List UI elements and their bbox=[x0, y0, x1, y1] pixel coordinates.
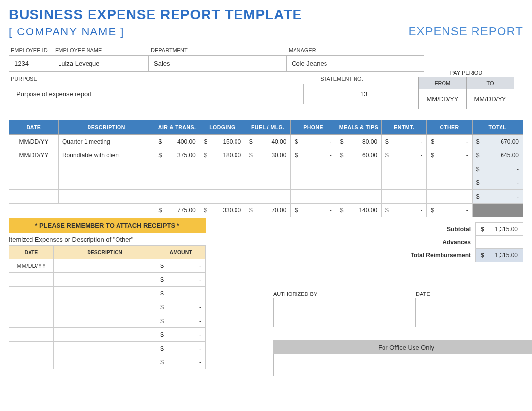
item-amount[interactable]: $- bbox=[156, 259, 206, 273]
purpose-field[interactable]: Purpose of expense report bbox=[9, 84, 304, 104]
item-amount[interactable]: $- bbox=[156, 273, 206, 287]
table-cell[interactable]: $375.00 bbox=[154, 148, 200, 162]
subtotal-value: $1,315.00 bbox=[476, 223, 523, 236]
item-amount[interactable]: $- bbox=[156, 300, 206, 314]
employee-name-field[interactable]: Luiza Leveque bbox=[53, 55, 149, 72]
table-cell[interactable] bbox=[9, 190, 59, 204]
table-cell[interactable] bbox=[427, 162, 472, 176]
table-cell[interactable] bbox=[200, 176, 245, 190]
table-cell[interactable] bbox=[427, 190, 472, 204]
purpose-label: PURPOSE bbox=[9, 76, 304, 84]
table-cell[interactable]: $- bbox=[291, 148, 336, 162]
employee-name-label: EMPLOYEE NAME bbox=[53, 47, 149, 55]
table-cell[interactable]: $150.00 bbox=[200, 135, 245, 148]
table-cell[interactable] bbox=[382, 162, 427, 176]
table-cell[interactable]: $- bbox=[427, 148, 472, 162]
pay-period-title: PAY PERIOD bbox=[418, 70, 514, 76]
table-cell[interactable] bbox=[427, 176, 472, 190]
item-desc[interactable] bbox=[53, 355, 156, 369]
table-cell[interactable] bbox=[245, 176, 291, 190]
item-desc[interactable] bbox=[53, 300, 156, 314]
pay-period-to-field[interactable]: MM/DD/YY bbox=[467, 89, 514, 109]
table-cell[interactable] bbox=[245, 162, 291, 176]
item-date[interactable] bbox=[9, 273, 54, 287]
item-amount[interactable]: $- bbox=[156, 287, 206, 300]
item-desc[interactable] bbox=[53, 273, 156, 287]
table-cell[interactable]: $400.00 bbox=[154, 135, 200, 148]
authorized-by-field[interactable] bbox=[273, 298, 416, 327]
department-label: DEPARTMENT bbox=[149, 47, 287, 55]
table-cell[interactable]: $60.00 bbox=[336, 148, 381, 162]
employee-id-label: EMPLOYEE ID bbox=[9, 47, 53, 55]
table-cell[interactable]: $- bbox=[291, 135, 336, 148]
item-desc[interactable] bbox=[53, 328, 156, 342]
col-lodging: LODGING bbox=[200, 120, 245, 135]
table-cell[interactable]: $40.00 bbox=[245, 135, 291, 148]
item-date[interactable]: MM/DD/YY bbox=[9, 259, 54, 273]
authorized-by-label: AUTHORIZED BY bbox=[273, 291, 416, 298]
item-col-desc: DESCRIPTION bbox=[53, 246, 156, 259]
item-date[interactable] bbox=[9, 328, 54, 342]
table-cell[interactable] bbox=[58, 162, 154, 176]
table-cell[interactable] bbox=[336, 162, 381, 176]
item-date[interactable] bbox=[9, 287, 54, 300]
manager-field[interactable]: Cole Jeanes bbox=[287, 55, 424, 72]
table-cell[interactable]: $180.00 bbox=[200, 148, 245, 162]
item-amount[interactable]: $- bbox=[156, 328, 206, 342]
item-col-date: DATE bbox=[9, 246, 54, 259]
item-date[interactable] bbox=[9, 342, 54, 355]
sum-phone: $- bbox=[291, 204, 336, 217]
table-cell: $- bbox=[472, 190, 523, 204]
table-cell[interactable]: MM/DD/YY bbox=[9, 148, 59, 162]
table-cell[interactable]: $- bbox=[382, 135, 427, 148]
table-cell[interactable] bbox=[336, 190, 381, 204]
table-cell: $- bbox=[472, 176, 523, 190]
table-cell[interactable] bbox=[291, 176, 336, 190]
employee-id-field[interactable]: 1234 bbox=[9, 55, 53, 72]
table-cell[interactable] bbox=[58, 176, 154, 190]
table-cell[interactable] bbox=[291, 162, 336, 176]
table-cell[interactable] bbox=[9, 176, 59, 190]
item-desc[interactable] bbox=[53, 259, 156, 273]
office-use-box[interactable] bbox=[273, 354, 532, 376]
table-cell[interactable] bbox=[291, 190, 336, 204]
table-cell[interactable]: $30.00 bbox=[245, 148, 291, 162]
auth-date-field[interactable] bbox=[416, 298, 532, 327]
receipts-reminder: * PLEASE REMEMBER TO ATTACH RECEIPTS * bbox=[9, 218, 206, 233]
advances-value[interactable] bbox=[476, 236, 523, 249]
statement-no-field[interactable]: 13 bbox=[304, 84, 424, 104]
item-amount[interactable]: $- bbox=[156, 355, 206, 369]
table-cell[interactable] bbox=[336, 176, 381, 190]
report-label: EXPENSE REPORT bbox=[408, 25, 523, 38]
item-amount[interactable]: $- bbox=[156, 342, 206, 355]
table-cell[interactable] bbox=[382, 176, 427, 190]
item-desc[interactable] bbox=[53, 314, 156, 328]
col-description: DESCRIPTION bbox=[58, 120, 154, 135]
sum-total-gray bbox=[472, 204, 523, 217]
table-cell[interactable]: $- bbox=[382, 148, 427, 162]
table-cell[interactable]: Roundtable with client bbox=[58, 148, 154, 162]
table-cell[interactable] bbox=[382, 190, 427, 204]
table-cell[interactable] bbox=[154, 190, 200, 204]
table-cell[interactable] bbox=[200, 190, 245, 204]
item-date[interactable] bbox=[9, 314, 54, 328]
table-cell[interactable] bbox=[245, 190, 291, 204]
table-cell[interactable]: MM/DD/YY bbox=[9, 135, 59, 148]
item-amount[interactable]: $- bbox=[156, 314, 206, 328]
company-name: [ COMPANY NAME ] bbox=[9, 26, 124, 38]
table-cell[interactable]: $- bbox=[427, 135, 472, 148]
pay-period-from-field[interactable]: MM/DD/YY bbox=[419, 89, 467, 109]
table-cell[interactable] bbox=[9, 162, 59, 176]
statement-no-label: STATEMENT NO. bbox=[304, 76, 378, 84]
item-desc[interactable] bbox=[53, 287, 156, 300]
table-cell[interactable] bbox=[200, 162, 245, 176]
table-cell[interactable]: Quarter 1 meeting bbox=[58, 135, 154, 148]
table-cell[interactable] bbox=[154, 176, 200, 190]
item-date[interactable] bbox=[9, 300, 54, 314]
item-date[interactable] bbox=[9, 355, 54, 369]
table-cell[interactable] bbox=[58, 190, 154, 204]
department-field[interactable]: Sales bbox=[149, 55, 287, 72]
item-desc[interactable] bbox=[53, 342, 156, 355]
table-cell[interactable]: $80.00 bbox=[336, 135, 381, 148]
table-cell[interactable] bbox=[154, 162, 200, 176]
